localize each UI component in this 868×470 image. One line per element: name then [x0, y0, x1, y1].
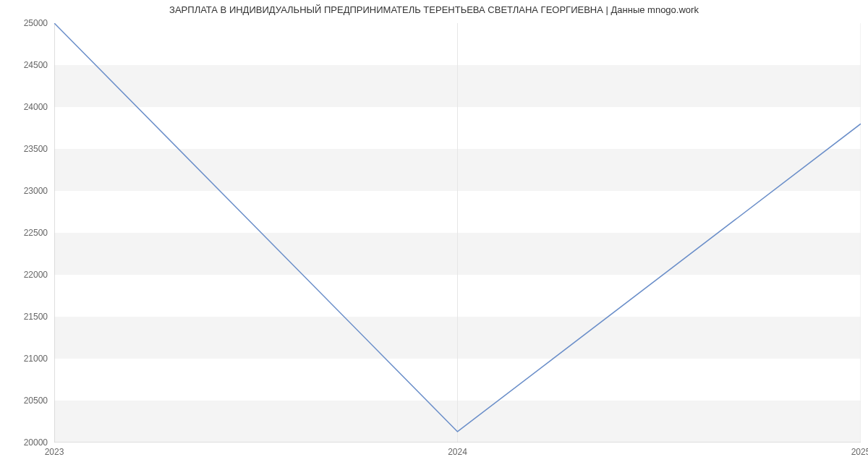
- y-tick-label: 20000: [0, 437, 48, 448]
- y-tick-label: 22000: [0, 270, 48, 280]
- y-tick-label: 23500: [0, 144, 48, 154]
- y-tick-label: 25000: [0, 18, 48, 28]
- chart-title: ЗАРПЛАТА В ИНДИВИДУАЛЬНЫЙ ПРЕДПРИНИМАТЕЛ…: [0, 4, 868, 15]
- plot-area: [54, 23, 861, 443]
- y-tick-label: 24500: [0, 60, 48, 70]
- chart-svg: [54, 23, 861, 443]
- y-tick-label: 24000: [0, 102, 48, 112]
- y-tick-label: 20500: [0, 396, 48, 406]
- salary-line-chart: ЗАРПЛАТА В ИНДИВИДУАЛЬНЫЙ ПРЕДПРИНИМАТЕЛ…: [0, 0, 868, 470]
- x-tick-label: 2023: [45, 447, 64, 457]
- y-tick-label: 21000: [0, 354, 48, 364]
- y-tick-label: 23000: [0, 186, 48, 196]
- y-tick-label: 22500: [0, 228, 48, 238]
- x-tick-label: 2025: [851, 447, 868, 457]
- y-tick-label: 21500: [0, 312, 48, 322]
- x-tick-label: 2024: [448, 447, 467, 457]
- x-axis-ticks: 202320242025: [54, 443, 861, 457]
- y-axis-ticks: 2000020500210002150022000225002300023500…: [0, 23, 51, 443]
